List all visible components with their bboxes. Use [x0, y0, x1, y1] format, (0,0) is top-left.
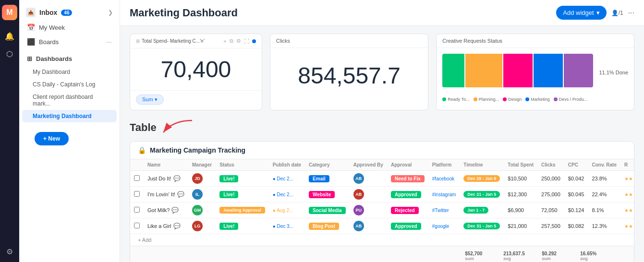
segment-devs: [564, 54, 593, 87]
timeline-badge: Dec 21 - Jan 5: [463, 191, 500, 198]
comment-icon: 💬: [173, 175, 181, 182]
table-row: Got Milk? 💬 GM Awaiting Approval ● Aug 2…: [130, 202, 634, 218]
status-dot: [252, 39, 256, 43]
rating: ★★: [624, 208, 633, 213]
approval-badge: Approved: [391, 223, 421, 230]
manager-avatar: IL: [192, 189, 203, 200]
legend-devs: Devs / Produ...: [554, 97, 588, 102]
boards-dots[interactable]: ···: [106, 38, 112, 46]
sidebar-item-marketing-dashboard[interactable]: Marketing Dashboard: [22, 110, 117, 122]
legend-dot-design: [503, 97, 507, 101]
more-options-button[interactable]: ···: [628, 9, 634, 17]
approval-badge: Need to Fix: [391, 175, 425, 182]
status-badge: Live!: [219, 175, 238, 182]
sidebar-item-my-week[interactable]: 📅 My Week: [19, 20, 120, 35]
table-container: Name Manager Status Publish date Categor…: [130, 159, 634, 262]
notification-icon[interactable]: 🔔: [5, 32, 14, 41]
dashboard-area: ⊞ Total Spend- Marketing C...'≡' × ⧉ ⚙ ⛶…: [120, 26, 644, 262]
expand-icon[interactable]: ⛶: [244, 38, 249, 44]
approved-by-avatar: AB: [353, 173, 364, 184]
col-status: Status: [216, 159, 269, 171]
total-spend-widget: ⊞ Total Spend- Marketing C...'≡' × ⧉ ⚙ ⛶…: [130, 34, 262, 110]
publish-date: ● Dec 2...: [273, 176, 293, 181]
inbox-header[interactable]: 📥 Inbox 46 ❯: [19, 5, 120, 20]
col-clicks: Clicks: [537, 159, 564, 171]
creative-requests-body: 11.1% Done: [437, 48, 634, 97]
row-checkbox[interactable]: [134, 175, 140, 181]
main-header: Marketing Dashboard Add widget ▾ 👤/1 ···: [120, 0, 644, 26]
total-spend-value: 70,400: [160, 56, 231, 83]
inbox-label: Inbox: [39, 9, 57, 16]
segment-marketing: [534, 54, 563, 87]
add-row-button[interactable]: + Add: [130, 234, 634, 246]
inbox-icon: 📥: [26, 8, 36, 17]
timeline-badge: Jan 1 - 7: [463, 207, 488, 214]
row-name: I'm Lovin' It!: [147, 191, 175, 197]
row-checkbox[interactable]: [134, 223, 140, 228]
publish-date: ● Dec 3...: [273, 224, 293, 229]
campaign-title: Marketing Campaign Tracking: [150, 146, 245, 154]
sidebar-item-client-report[interactable]: Client report dashboard mark...: [19, 91, 120, 110]
manager-avatar: LG: [192, 221, 203, 231]
legend-design: Design: [503, 97, 522, 102]
creative-requests-header: Creative Requests Status: [437, 34, 634, 48]
lock-icon: 🔒: [138, 146, 146, 154]
rating: ★★: [624, 192, 633, 197]
col-publish-date: Publish date: [269, 159, 305, 171]
table-label: Table: [130, 121, 157, 134]
add-widget-button[interactable]: Add widget ▾: [556, 6, 606, 20]
page-title: Marketing Dashboard: [130, 7, 238, 19]
main-content: Marketing Dashboard Add widget ▾ 👤/1 ···…: [120, 0, 644, 262]
table-row: I'm Lovin' It! 💬 IL Live! ● Dec 2... Web…: [130, 187, 634, 202]
col-name: Name: [144, 159, 188, 171]
footer-clicks: 213,637.5 avg: [499, 249, 538, 262]
table-footer: $52,700 sum 213,637.5 avg $0.292 sum 16.…: [130, 246, 634, 262]
settings-widget-icon[interactable]: ⚙: [236, 38, 241, 44]
approved-by-avatar: AB: [353, 221, 364, 231]
sidebar-item-cs-daily[interactable]: CS Daily - Captain's Log: [19, 78, 120, 91]
minimize-icon[interactable]: ×: [223, 38, 226, 44]
total-spend-title: Total Spend- Marketing C...'≡': [142, 38, 205, 44]
approval-badge: Rejected: [391, 207, 419, 214]
campaign-tracking-section: 🔒 Marketing Campaign Tracking Name Manag…: [130, 141, 634, 262]
total-spend-footer: Sum ▾: [130, 90, 262, 108]
row-checkbox[interactable]: [134, 191, 140, 197]
settings-icon[interactable]: ⚙: [6, 247, 13, 256]
copy-icon[interactable]: ⧉: [230, 38, 233, 44]
col-total-spent: Total Spent: [504, 159, 537, 171]
timeline-badge: Dec 28 - Jan 8: [463, 175, 500, 182]
category-badge: Website: [309, 191, 335, 198]
sidebar-item-my-dashboard[interactable]: My Dashboard: [19, 66, 120, 78]
campaign-table: Name Manager Status Publish date Categor…: [130, 159, 634, 234]
header-right: Add widget ▾ 👤/1 ···: [556, 6, 634, 20]
main-sidebar: 📥 Inbox 46 ❯ 📅 My Week ⬛ Boards ··· ⊞ Da…: [19, 0, 120, 262]
table-label-area: Table: [130, 118, 634, 141]
status-badge: Live!: [219, 191, 238, 198]
category-badge: Email: [309, 175, 329, 182]
total-spend-header: ⊞ Total Spend- Marketing C...'≡' × ⧉ ⚙ ⛶: [130, 34, 262, 48]
clicks-value: 854,557.7: [298, 62, 401, 89]
sidebar-item-boards[interactable]: ⬛ Boards ···: [19, 35, 120, 49]
col-approved-by: Approved By: [350, 159, 387, 171]
dashboards-title-item[interactable]: ⊞ Dashboards: [19, 52, 120, 66]
segment-ready: [442, 54, 464, 87]
dashboards-grid-icon: ⊞: [27, 55, 32, 62]
grid-icon: ⊞: [136, 38, 140, 44]
col-checkbox: [130, 159, 144, 171]
clicks-widget: Clicks 854,557.7: [270, 34, 429, 110]
new-button[interactable]: + New: [35, 132, 69, 145]
row-checkbox[interactable]: [134, 207, 140, 213]
calendar-icon: 📅: [27, 24, 35, 31]
footer-total-spent: $52,700 sum: [461, 249, 499, 262]
menu-icon[interactable]: ⬡: [6, 49, 13, 59]
platform-tag: #Twitter: [432, 208, 449, 213]
legend-dot-ready: [442, 97, 446, 101]
widgets-row: ⊞ Total Spend- Marketing C...'≡' × ⧉ ⚙ ⛶…: [130, 34, 634, 110]
category-badge: Blog Post: [309, 223, 339, 230]
table-row: Just Do It! 💬 JD Live! ● Dec 2... Email …: [130, 171, 634, 187]
row-name: Just Do It!: [147, 176, 171, 181]
approval-badge: Approved: [391, 191, 421, 198]
comment-icon: 💬: [173, 223, 181, 229]
done-label: 11.1% Done: [599, 70, 628, 75]
sum-button[interactable]: Sum ▾: [136, 95, 164, 105]
